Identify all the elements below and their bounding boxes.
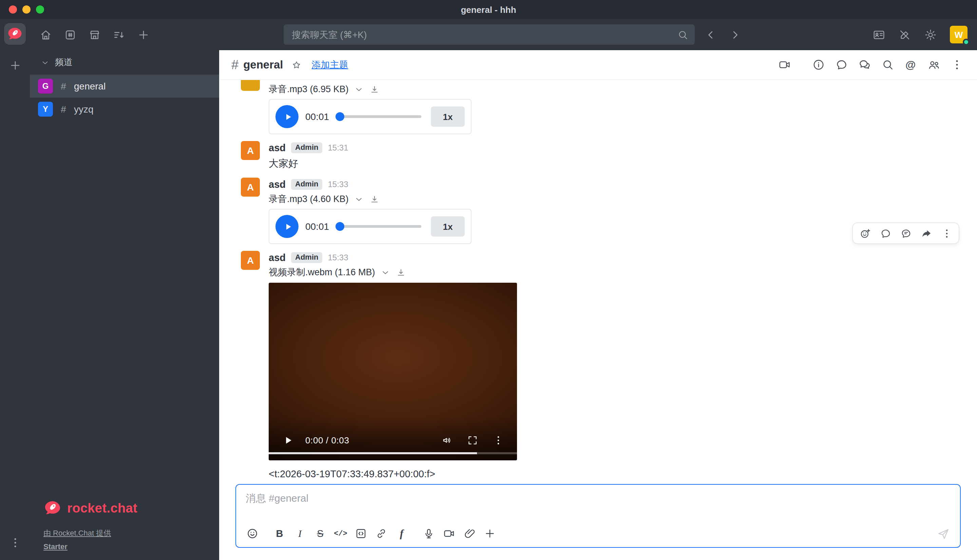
formula-button[interactable]: f xyxy=(391,524,412,543)
plan-link[interactable]: Starter xyxy=(43,542,208,550)
rail-menu-button[interactable] xyxy=(4,532,26,553)
thread-balloon-icon xyxy=(835,58,848,71)
sort-button[interactable] xyxy=(107,24,130,45)
attachment-filename[interactable]: 录音.mp3 (4.60 KB) xyxy=(269,193,349,205)
members-button[interactable] xyxy=(923,54,944,76)
link-button[interactable] xyxy=(371,524,391,543)
emoji-picker-button[interactable] xyxy=(242,524,262,543)
directory-button[interactable] xyxy=(867,24,890,45)
create-new-button[interactable] xyxy=(132,24,155,45)
message-composer: B I S </> f xyxy=(235,484,961,548)
playback-rate-button[interactable]: 1x xyxy=(431,216,465,237)
role-badge: Admin xyxy=(291,179,322,190)
attachment-download-button[interactable] xyxy=(369,194,380,205)
mentions-button[interactable]: @ xyxy=(900,54,921,76)
video-record-button[interactable] xyxy=(439,524,459,543)
zoom-window-button[interactable] xyxy=(36,5,44,13)
minimize-window-button[interactable] xyxy=(22,5,30,13)
video-player[interactable]: 0:00 / 0:03 xyxy=(269,283,517,460)
audio-player: 00:01 1x xyxy=(269,99,471,134)
message-more-actions-button[interactable] xyxy=(937,224,956,242)
search-messages-button[interactable] xyxy=(877,54,898,76)
video-fullscreen-button[interactable] xyxy=(464,432,480,448)
discussions-button[interactable] xyxy=(853,54,875,76)
reply-in-thread-button[interactable] xyxy=(876,224,895,242)
video-progress-bar[interactable] xyxy=(269,452,517,454)
close-window-button[interactable] xyxy=(9,5,17,13)
channels-icon xyxy=(63,28,76,41)
message-username[interactable]: asd xyxy=(269,252,286,263)
channels-section-header[interactable]: 频道 xyxy=(30,53,219,72)
marketplace-button[interactable] xyxy=(83,24,106,45)
threads-button[interactable] xyxy=(830,54,852,76)
search-input[interactable] xyxy=(284,30,695,40)
channels-button[interactable] xyxy=(58,24,82,45)
channel-list: G # general Y # yyzq xyxy=(30,75,219,121)
attach-file-button[interactable] xyxy=(459,524,480,543)
audio-play-button[interactable] xyxy=(276,215,299,238)
sidebar-item-yyzq[interactable]: Y # yyzq xyxy=(30,98,219,121)
add-reaction-button[interactable] xyxy=(855,224,875,242)
bold-button[interactable]: B xyxy=(269,524,290,543)
audio-play-button[interactable] xyxy=(276,105,299,128)
message-body: asd Admin 15:31 大家好 xyxy=(269,141,961,171)
message-input[interactable] xyxy=(236,485,960,520)
audio-record-button[interactable] xyxy=(419,524,439,543)
avatar[interactable]: A xyxy=(241,251,260,270)
sidebar-item-general[interactable]: G # general xyxy=(30,75,219,98)
video-play-button[interactable] xyxy=(279,432,296,448)
navigate-forward-button[interactable] xyxy=(726,24,743,45)
italic-button[interactable]: I xyxy=(290,524,310,543)
send-message-button[interactable] xyxy=(932,524,954,543)
audio-seek-slider[interactable] xyxy=(336,115,421,118)
attachment-title: 录音.mp3 (4.60 KB) xyxy=(269,193,961,206)
code-block-button[interactable] xyxy=(351,524,371,543)
audio-seek-knob[interactable] xyxy=(336,112,345,121)
video-volume-button[interactable] xyxy=(438,432,454,448)
attachment-download-button[interactable] xyxy=(369,84,380,95)
attachment-download-button[interactable] xyxy=(396,267,406,278)
attachment-filename[interactable]: 录音.mp3 (6.95 KB) xyxy=(269,83,349,96)
composer-more-button[interactable] xyxy=(480,524,500,543)
home-button[interactable] xyxy=(34,24,57,45)
add-topic-link[interactable]: 添加主题 xyxy=(312,58,348,71)
attachment-filename[interactable]: 视频录制.webm (1.16 MB) xyxy=(269,267,375,278)
kebab-icon xyxy=(8,536,22,549)
favorite-star-button[interactable] xyxy=(290,58,304,72)
channel-name: general xyxy=(74,81,105,92)
workspace-server-button[interactable] xyxy=(4,23,26,45)
playback-rate-button[interactable]: 1x xyxy=(431,107,465,127)
video-call-button[interactable] xyxy=(773,54,795,76)
attachment-collapse-button[interactable] xyxy=(354,194,364,205)
attachment-title: 视频录制.webm (1.16 MB) xyxy=(269,266,961,279)
navigate-back-button[interactable] xyxy=(701,24,719,45)
avatar[interactable]: A xyxy=(241,141,260,160)
channel-info-button[interactable] xyxy=(807,54,829,76)
chevron-down-icon xyxy=(354,195,364,204)
audio-seek-slider[interactable] xyxy=(336,225,421,228)
people-icon xyxy=(927,58,940,71)
chevron-down-icon xyxy=(381,268,390,277)
titlebar: general - hhh xyxy=(0,0,977,19)
chat-header-actions: @ xyxy=(773,54,967,76)
attachment-collapse-button[interactable] xyxy=(354,84,364,95)
settings-button[interactable] xyxy=(919,24,942,45)
provided-by-link[interactable]: 由 Rocket.Chat 提供 xyxy=(43,528,208,538)
kebab-menu-button[interactable] xyxy=(946,54,967,76)
attachment-collapse-button[interactable] xyxy=(380,267,391,278)
audio-seek-knob[interactable] xyxy=(336,222,345,231)
forward-message-button[interactable] xyxy=(917,224,935,242)
quote-button[interactable] xyxy=(896,224,915,242)
avatar[interactable]: A xyxy=(241,178,260,197)
video-more-button[interactable] xyxy=(490,432,506,448)
top-navbar: W xyxy=(30,19,977,50)
compose-disabled-button[interactable] xyxy=(893,24,916,45)
add-server-button[interactable] xyxy=(4,54,26,76)
message-username[interactable]: asd xyxy=(269,142,286,153)
user-menu-avatar[interactable]: W xyxy=(950,26,967,43)
rocketchat-logo-icon xyxy=(43,499,62,517)
message: A asd Admin 15:33 视频录制.webm (1.16 MB) xyxy=(219,251,977,482)
message-username[interactable]: asd xyxy=(269,179,286,190)
strikethrough-button[interactable]: S xyxy=(310,524,331,543)
inline-code-button[interactable]: </> xyxy=(331,524,351,543)
